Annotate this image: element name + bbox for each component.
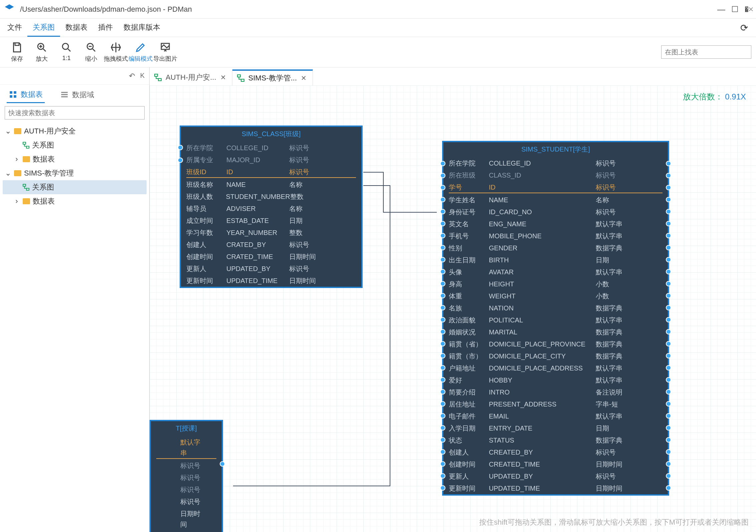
- tree-module[interactable]: ⌄SIMS-教学管理: [3, 166, 147, 180]
- entity-row[interactable]: 电子邮件EMAIL默认字串: [443, 410, 668, 422]
- close-icon[interactable]: �྾: [745, 5, 753, 14]
- maximize-icon[interactable]: ☐: [731, 5, 739, 14]
- tool-缩小[interactable]: 缩小: [79, 41, 104, 63]
- canvas-hint: 按住shift可拖动关系图，滑动鼠标可放大缩小关系图，按下M可打开或者关闭缩略图: [479, 517, 749, 527]
- tool-放大[interactable]: 放大: [29, 41, 54, 63]
- entity-row[interactable]: 所在班级CLASS_ID标识号: [443, 169, 668, 181]
- entity-row[interactable]: 头像AVATAR默认字串: [443, 266, 668, 278]
- sidebar-tab-tables[interactable]: 数据表: [7, 87, 45, 103]
- find-table-input[interactable]: [661, 45, 751, 59]
- entity-row[interactable]: 学生姓名NAME名称: [443, 194, 668, 206]
- entity-row[interactable]: 标识号: [151, 472, 222, 484]
- entity-row[interactable]: 班级IDID标识号: [181, 166, 361, 179]
- tree-item[interactable]: 关系图: [3, 180, 147, 194]
- menu-4[interactable]: 数据库版本: [118, 19, 166, 37]
- menu-2[interactable]: 数据表: [60, 19, 93, 37]
- entity-row[interactable]: 户籍地址DOMICILE_PLACE_ADDRESS默认字串: [443, 362, 668, 374]
- tree-item[interactable]: ›数据表: [3, 194, 147, 208]
- entity-row[interactable]: 身高HEIGHT小数: [443, 278, 668, 290]
- tab-close-icon[interactable]: ✕: [301, 74, 307, 82]
- entity-row[interactable]: 手机号MOBILE_PHONE默认字串: [443, 230, 668, 242]
- svg-rect-18: [23, 142, 26, 144]
- sidebar: ↶ K 数据表 数据域 ⌄AUTH-用户安全关系图›数据表⌄SIMS-教学管理关…: [0, 67, 150, 532]
- tool-保存[interactable]: 保存: [5, 41, 29, 63]
- entity-row[interactable]: 日期时间: [151, 508, 222, 530]
- entity-row[interactable]: 学号ID标识号: [443, 181, 668, 194]
- svg-line-6: [68, 49, 71, 52]
- svg-rect-21: [26, 188, 29, 190]
- entity-row[interactable]: 标识号: [151, 530, 222, 532]
- minimize-icon[interactable]: —: [717, 5, 725, 14]
- redo-key-icon[interactable]: K: [140, 72, 145, 80]
- entity-row[interactable]: 籍贯（市）DOMICILE_PLACE_CITY数据字典: [443, 350, 668, 362]
- editor-tab[interactable]: AUTH-用户安...✕: [150, 69, 232, 85]
- editor-tab[interactable]: SIMS-教学管...✕: [232, 69, 313, 85]
- undo-icon[interactable]: ↶: [129, 72, 135, 80]
- sidebar-tab-domains[interactable]: 数据域: [58, 87, 96, 102]
- title-bar: /Users/asher/Downloads/pdman-demo.json -…: [0, 0, 756, 19]
- entity-row[interactable]: 标识号: [151, 496, 222, 508]
- entity-row[interactable]: 性别GENDER数据字典: [443, 242, 668, 254]
- entity-row[interactable]: 出生日期BIRTH日期: [443, 254, 668, 266]
- entity-row[interactable]: 政治面貌POLITICAL默认字串: [443, 314, 668, 326]
- entity-row[interactable]: 班级人数STUDENT_NUMBER整数: [181, 191, 361, 203]
- diagram-canvas[interactable]: 放大倍数： 0.91X SIMS_CLASS[班级]所在学院COLLEGE_ID…: [150, 85, 756, 532]
- entity-row[interactable]: 班级名称NAME名称: [181, 179, 361, 191]
- menu-bar: 文件关系图数据表插件数据库版本 ⟳: [0, 19, 756, 37]
- entity-row[interactable]: 更新时间UPDATED_TIME日期时间: [181, 275, 361, 287]
- entity-title: T[授课]: [151, 421, 222, 436]
- svg-rect-15: [61, 92, 68, 93]
- entity-row[interactable]: 成立时间ESTAB_DATE日期: [181, 215, 361, 227]
- refresh-icon[interactable]: ⟳: [740, 22, 754, 33]
- entity-row[interactable]: 英文名ENG_NAME默认字串: [443, 218, 668, 230]
- entity-row[interactable]: 辅导员ADVISER名称: [181, 203, 361, 215]
- tool-编辑模式[interactable]: 编辑模式: [128, 41, 153, 63]
- entity-sims-student[interactable]: SIMS_STUDENT[学生]所在学院COLLEGE_ID标识号所在班级CLA…: [442, 141, 669, 496]
- svg-rect-13: [10, 95, 12, 98]
- window-title: /Users/asher/Downloads/pdman-demo.json -…: [20, 5, 717, 14]
- entity-row[interactable]: 更新时间UPDATED_TIME日期时间: [443, 482, 668, 494]
- entity-row[interactable]: 状态STATUS数据字典: [443, 434, 668, 446]
- entity-row[interactable]: 所在学院COLLEGE_ID标识号: [181, 142, 361, 154]
- entity-row[interactable]: 名族NATION数据字典: [443, 302, 668, 314]
- entity-row[interactable]: 体重WEIGHT小数: [443, 290, 668, 302]
- sidebar-search-input[interactable]: [5, 106, 145, 119]
- entity-row[interactable]: 爱好HOBBY默认字串: [443, 374, 668, 386]
- tool-1:1[interactable]: 1:1: [54, 41, 79, 63]
- tree-module[interactable]: ⌄AUTH-用户安全: [3, 124, 147, 138]
- tree-item[interactable]: ›数据表: [3, 152, 147, 166]
- tool-导出图片[interactable]: 导出图片: [153, 41, 178, 63]
- entity-row[interactable]: 入学日期ENTRY_DATE日期: [443, 422, 668, 434]
- entity-row[interactable]: 婚姻状况MARITAL数据字典: [443, 326, 668, 338]
- entity-row[interactable]: 默认字串: [151, 436, 222, 460]
- tree-item[interactable]: 关系图: [3, 138, 147, 152]
- entity-row[interactable]: 创建人CREATED_BY标识号: [443, 446, 668, 458]
- entity-row[interactable]: 创建人CRATED_BY标识号: [181, 239, 361, 251]
- svg-rect-19: [26, 146, 29, 148]
- entity-teach[interactable]: T[授课]默认字串标识号标识号标识号标识号日期时间标识号日期时间: [150, 420, 223, 532]
- entity-row[interactable]: 更新人UPDATED_BY标识号: [443, 470, 668, 482]
- entity-row[interactable]: 简要介绍INTRO备注说明: [443, 386, 668, 398]
- editor-tabs: AUTH-用户安...✕SIMS-教学管...✕: [150, 67, 756, 85]
- menu-1[interactable]: 关系图: [27, 19, 60, 37]
- diagram-icon: [154, 74, 162, 81]
- menu-0[interactable]: 文件: [2, 19, 27, 37]
- entity-sims-class[interactable]: SIMS_CLASS[班级]所在学院COLLEGE_ID标识号所属专业MAJOR…: [180, 125, 363, 288]
- entity-row[interactable]: 所在学院COLLEGE_ID标识号: [443, 157, 668, 169]
- menu-3[interactable]: 插件: [93, 19, 118, 37]
- svg-rect-12: [14, 91, 16, 94]
- entity-row[interactable]: 居住地址PRESENT_ADDRESS字串-短: [443, 398, 668, 410]
- entity-row[interactable]: 创建时间CRATED_TIME日期时间: [181, 251, 361, 263]
- svg-rect-20: [23, 184, 26, 186]
- entity-row[interactable]: 更新人UPDATED_BY标识号: [181, 263, 361, 275]
- entity-row[interactable]: 标识号: [151, 460, 222, 472]
- entity-row[interactable]: 标识号: [151, 484, 222, 496]
- entity-row[interactable]: 所属专业MAJOR_ID标识号: [181, 154, 361, 166]
- entity-row[interactable]: 籍贯（省）DOMICILE_PLACE_PROVINCE数据字典: [443, 338, 668, 350]
- tool-拖拽模式[interactable]: 拖拽模式: [104, 41, 128, 63]
- entity-row[interactable]: 身份证号ID_CARD_NO标识号: [443, 206, 668, 218]
- entity-row[interactable]: 创建时间CREATED_TIME日期时间: [443, 458, 668, 470]
- entity-row[interactable]: 学习年数YEAR_NUMBER整数: [181, 227, 361, 239]
- tab-close-icon[interactable]: ✕: [220, 73, 226, 81]
- svg-line-8: [93, 49, 96, 52]
